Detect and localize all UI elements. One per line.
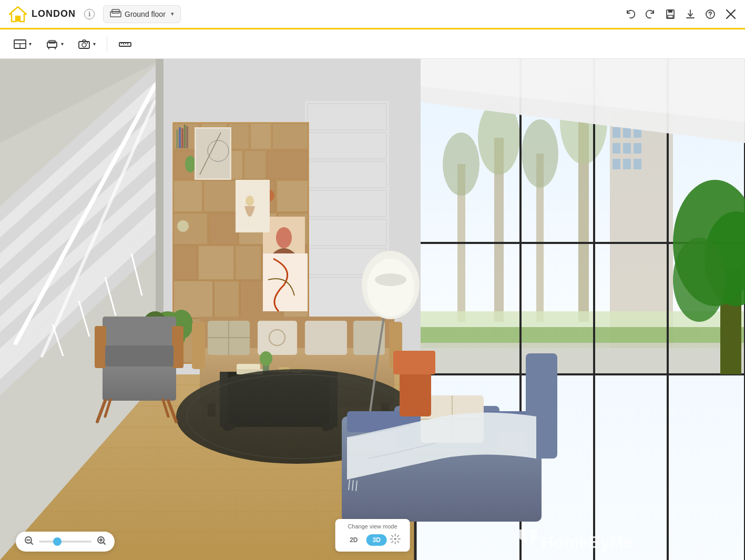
svg-point-11	[710, 16, 711, 17]
view-mode-control: Change view mode 2D 3D	[335, 519, 410, 552]
svg-point-51	[443, 133, 479, 196]
download-button[interactable]	[685, 9, 696, 19]
svg-rect-61	[634, 143, 641, 154]
svg-rect-127	[235, 246, 261, 280]
info-icon: ℹ	[88, 11, 91, 18]
view-mode-tabs: 2D 3D	[343, 533, 402, 547]
svg-rect-115	[244, 150, 266, 179]
zoom-control	[16, 532, 115, 552]
svg-line-239	[392, 541, 393, 543]
svg-rect-116	[267, 150, 308, 179]
svg-point-22	[82, 43, 86, 47]
furniture-chevron-icon: ▾	[61, 41, 64, 47]
floorplan-tool[interactable]: ▾	[8, 34, 36, 54]
svg-rect-60	[623, 143, 631, 154]
svg-point-146	[276, 227, 292, 248]
svg-point-144	[177, 220, 189, 232]
room-scene: HomeByMe	[0, 59, 745, 560]
floor-icon	[110, 9, 121, 19]
svg-point-220	[673, 238, 726, 322]
svg-rect-167	[258, 321, 297, 355]
top-bar: LONDON ℹ Ground floor ▾	[0, 0, 745, 29]
svg-rect-1	[16, 16, 20, 22]
svg-rect-196	[105, 345, 174, 366]
svg-rect-67	[415, 343, 745, 374]
svg-rect-138	[179, 127, 181, 148]
floor-chevron-icon: ▾	[171, 11, 174, 17]
scene-canvas: HomeByMe	[0, 59, 745, 560]
svg-rect-117	[174, 180, 202, 212]
zoom-in-button[interactable]	[97, 536, 106, 547]
svg-rect-139	[181, 128, 183, 148]
svg-rect-130	[214, 281, 239, 318]
view-mode-label: Change view mode	[348, 523, 397, 530]
view-3d-icon	[389, 533, 402, 547]
viewport[interactable]: HomeByMe Change view mode 2D	[0, 59, 745, 560]
close-button[interactable]	[725, 8, 737, 20]
svg-rect-122	[209, 213, 238, 245]
furniture-tool[interactable]: ▾	[40, 34, 68, 54]
floor-label: Ground floor	[125, 10, 166, 18]
svg-line-238	[397, 535, 399, 537]
svg-rect-216	[393, 351, 435, 374]
svg-rect-62	[613, 159, 620, 169]
undo-button[interactable]	[625, 9, 636, 19]
svg-point-142	[185, 156, 196, 172]
info-button[interactable]: ℹ	[84, 9, 95, 19]
svg-rect-140	[184, 125, 186, 148]
app-logo-icon	[8, 5, 27, 24]
svg-rect-64	[634, 159, 641, 169]
svg-rect-160	[192, 322, 205, 369]
svg-rect-148	[196, 129, 230, 178]
svg-rect-125	[174, 246, 197, 280]
svg-point-231	[394, 538, 396, 540]
svg-point-204	[375, 273, 406, 286]
svg-rect-126	[198, 246, 234, 280]
logo-area: LONDON	[8, 5, 76, 24]
svg-rect-169	[305, 321, 347, 355]
floorplan-chevron-icon: ▾	[29, 41, 32, 47]
view-tab-2d[interactable]: 2D	[343, 534, 364, 546]
svg-line-236	[392, 535, 393, 537]
svg-point-203	[367, 259, 414, 317]
svg-rect-56	[613, 127, 620, 138]
zoom-out-button[interactable]	[24, 536, 34, 547]
toolbar-separator	[107, 36, 107, 52]
svg-rect-137	[176, 130, 178, 148]
svg-point-23	[87, 42, 88, 43]
svg-rect-141	[186, 126, 188, 148]
svg-line-230	[104, 543, 105, 544]
app-title: LONDON	[32, 8, 76, 19]
toolbar: ▾ ▾ ▾	[0, 29, 745, 59]
floor-selector[interactable]: Ground floor ▾	[103, 5, 181, 23]
view-tab-3d[interactable]: 3D	[366, 534, 387, 546]
svg-text:HomeByMe: HomeByMe	[542, 533, 633, 552]
redo-button[interactable]	[645, 9, 656, 19]
camera-tool[interactable]: ▾	[73, 34, 100, 54]
svg-rect-191	[172, 326, 183, 368]
svg-line-237	[397, 541, 399, 543]
svg-rect-6	[668, 10, 672, 13]
svg-point-182	[260, 351, 272, 366]
svg-rect-59	[613, 143, 620, 154]
svg-rect-189	[103, 317, 176, 348]
ruler-tool[interactable]	[114, 34, 137, 54]
svg-rect-66	[415, 327, 745, 343]
svg-rect-57	[623, 127, 631, 138]
svg-point-53	[522, 119, 558, 188]
zoom-slider-thumb[interactable]	[53, 537, 62, 546]
svg-rect-111	[250, 123, 271, 149]
svg-point-152	[246, 196, 254, 206]
svg-rect-7	[668, 15, 673, 18]
zoom-slider-track[interactable]	[39, 541, 91, 543]
svg-rect-112	[272, 123, 308, 149]
svg-rect-190	[95, 326, 106, 368]
svg-rect-63	[623, 159, 631, 169]
svg-line-226	[31, 543, 33, 544]
save-button[interactable]	[665, 9, 676, 19]
camera-chevron-icon: ▾	[93, 41, 96, 47]
help-button[interactable]	[705, 9, 716, 19]
top-right-actions	[625, 8, 737, 20]
svg-rect-120	[277, 180, 308, 212]
